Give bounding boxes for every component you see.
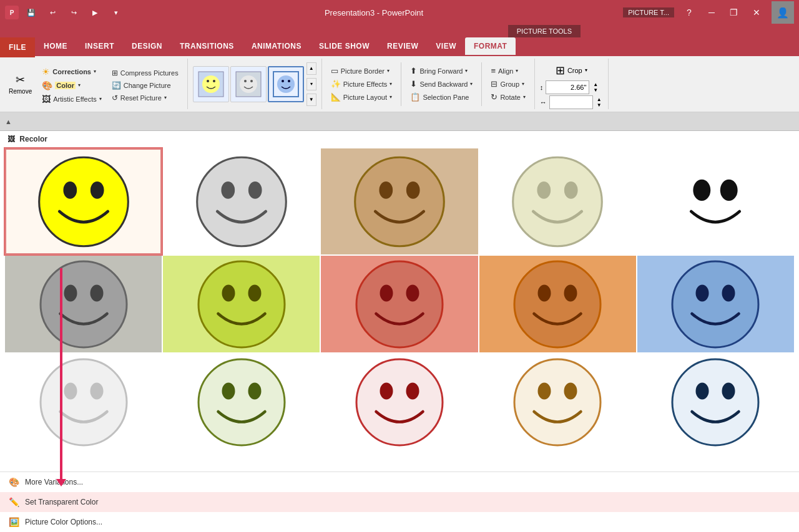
- picture-tools-title[interactable]: PICTURE T...: [623, 7, 674, 17]
- close-button[interactable]: ✕: [749, 5, 764, 20]
- width-down-button[interactable]: ▼: [596, 102, 603, 108]
- svg-point-48: [380, 382, 393, 399]
- artistic-effects-button[interactable]: 🖼 Artistic Effects ▾: [38, 93, 105, 105]
- minimize-button[interactable]: ─: [704, 5, 719, 20]
- layout-dropdown-icon[interactable]: ▾: [390, 94, 392, 100]
- style-thumb-1[interactable]: [193, 66, 229, 102]
- crop-dropdown-icon[interactable]: ▾: [585, 67, 587, 73]
- style-thumb-3[interactable]: [268, 66, 304, 102]
- svg-point-47: [356, 359, 443, 445]
- group-button[interactable]: ⊟ Group ▾: [487, 78, 529, 90]
- save-button[interactable]: 💾: [22, 4, 40, 21]
- align-dropdown-icon[interactable]: ▾: [516, 68, 518, 74]
- corrections-button[interactable]: ☀ Corrections ▾: [38, 65, 105, 78]
- redo-button[interactable]: ↪: [65, 4, 82, 21]
- svg-point-37: [564, 284, 577, 301]
- rotate-dropdown-icon[interactable]: ▾: [523, 94, 526, 100]
- smiley-svg-11: [179, 355, 304, 449]
- tab-insert[interactable]: INSERT: [76, 37, 123, 55]
- effects-dropdown-icon[interactable]: ▾: [390, 81, 392, 87]
- backward-dropdown-icon[interactable]: ▾: [470, 81, 473, 87]
- width-input[interactable]: [549, 95, 593, 109]
- width-up-button[interactable]: ▲: [596, 97, 603, 102]
- bring-forward-button[interactable]: ⬆ Bring Forward ▾: [406, 65, 476, 77]
- smiley-8[interactable]: [479, 256, 636, 352]
- remove-background-button[interactable]: ✂ Remove: [5, 72, 36, 97]
- color-button[interactable]: 🎨 Color ▾: [38, 79, 105, 92]
- smiley-4[interactable]: [637, 148, 794, 254]
- svg-point-46: [248, 382, 261, 399]
- tab-review[interactable]: REVIEW: [378, 37, 427, 55]
- picture-effects-label: Picture Effects: [343, 80, 388, 88]
- style-thumb-2[interactable]: [230, 66, 267, 102]
- tab-file[interactable]: FILE: [0, 37, 35, 57]
- smiley-13[interactable]: [479, 354, 636, 450]
- svg-point-3: [213, 80, 215, 82]
- color-dropdown-icon[interactable]: ▾: [78, 82, 81, 88]
- svg-point-20: [406, 181, 420, 198]
- smiley-7[interactable]: [321, 256, 478, 352]
- smiley-9[interactable]: [637, 256, 794, 352]
- send-backward-button[interactable]: ⬇ Send Backward ▾: [406, 78, 476, 90]
- crop-button[interactable]: ⊞ Crop ▾: [540, 62, 603, 79]
- height-up-button[interactable]: ▲: [592, 82, 599, 87]
- smiley-1[interactable]: [163, 148, 320, 254]
- smiley-svg-6: [179, 258, 304, 351]
- smiley-svg-13: [495, 355, 620, 449]
- undo-button[interactable]: ↩: [44, 4, 61, 21]
- selection-pane-button[interactable]: 📋 Selection Pane: [406, 91, 476, 103]
- picture-effects-button[interactable]: ✨ Picture Effects ▾: [327, 78, 396, 90]
- slideshow-button[interactable]: ▶: [86, 4, 104, 21]
- customize-qat-button[interactable]: ▾: [107, 4, 125, 21]
- tab-format[interactable]: FORMAT: [465, 37, 516, 55]
- set-transparent-item[interactable]: ✏️ Set Transparent Color: [0, 492, 799, 512]
- svg-point-44: [199, 359, 285, 445]
- group-dropdown-icon[interactable]: ▾: [522, 81, 524, 87]
- picture-color-options-item[interactable]: 🖼️ Picture Color Options...: [0, 512, 799, 532]
- reset-picture-button[interactable]: ↺ Reset Picture ▾: [108, 92, 182, 104]
- change-picture-button[interactable]: 🔄 Change Picture: [108, 80, 182, 91]
- height-down-button[interactable]: ▼: [592, 87, 599, 93]
- smiley-10[interactable]: [5, 354, 162, 450]
- tab-design[interactable]: DESIGN: [123, 37, 171, 55]
- tab-home[interactable]: HOME: [35, 37, 76, 55]
- height-input[interactable]: [546, 80, 589, 94]
- smiley-14[interactable]: [637, 354, 794, 450]
- forward-dropdown-icon[interactable]: ▾: [465, 68, 468, 74]
- styles-scroll-up[interactable]: ▲: [306, 62, 316, 75]
- corrections-dropdown-icon[interactable]: ▾: [94, 69, 96, 74]
- smiley-12[interactable]: [321, 354, 478, 450]
- restore-button[interactable]: ❐: [727, 5, 742, 20]
- smiley-6[interactable]: [163, 256, 320, 352]
- svg-point-16: [221, 181, 235, 198]
- more-variations-item[interactable]: 🎨 More Variations...: [0, 472, 799, 492]
- tab-transitions[interactable]: TRANSITIONS: [171, 37, 243, 55]
- smiley-2[interactable]: [321, 148, 478, 254]
- smiley-3[interactable]: [479, 148, 636, 254]
- tab-slide-show[interactable]: SLIDE SHOW: [310, 37, 378, 55]
- picture-layout-button[interactable]: 📐 Picture Layout ▾: [327, 91, 396, 103]
- styles-scroll-down[interactable]: ▼: [306, 94, 316, 106]
- help-button[interactable]: ?: [682, 5, 697, 20]
- styles-scroll-expand[interactable]: ▾: [306, 78, 316, 90]
- arrange-col-1: ▭ Picture Border ▾ ✨ Picture Effects ▾ 📐…: [327, 65, 396, 103]
- border-dropdown-icon[interactable]: ▾: [387, 68, 390, 74]
- user-avatar[interactable]: 👤: [772, 1, 794, 24]
- svg-point-10: [282, 80, 284, 82]
- compress-pictures-button[interactable]: ⊞ Compress Pictures: [108, 67, 182, 79]
- picture-border-button[interactable]: ▭ Picture Border ▾: [327, 65, 396, 77]
- smiley-11[interactable]: [163, 354, 320, 450]
- svg-point-45: [222, 382, 235, 399]
- rotate-button[interactable]: ↻ Rotate ▾: [487, 91, 529, 103]
- more-variations-icon: 🎨: [7, 476, 20, 488]
- tab-view[interactable]: VIEW: [427, 37, 465, 55]
- smiley-5[interactable]: [5, 256, 162, 352]
- smiley-0[interactable]: [5, 148, 162, 254]
- tab-animations[interactable]: ANIMATIONS: [243, 37, 310, 55]
- reset-dropdown-icon[interactable]: ▾: [164, 95, 167, 100]
- smiley-svg-2: [337, 153, 462, 250]
- divider-2: [481, 62, 482, 106]
- svg-point-54: [696, 382, 709, 399]
- align-button[interactable]: ≡ Align ▾: [487, 65, 529, 77]
- artistic-dropdown-icon[interactable]: ▾: [99, 96, 102, 102]
